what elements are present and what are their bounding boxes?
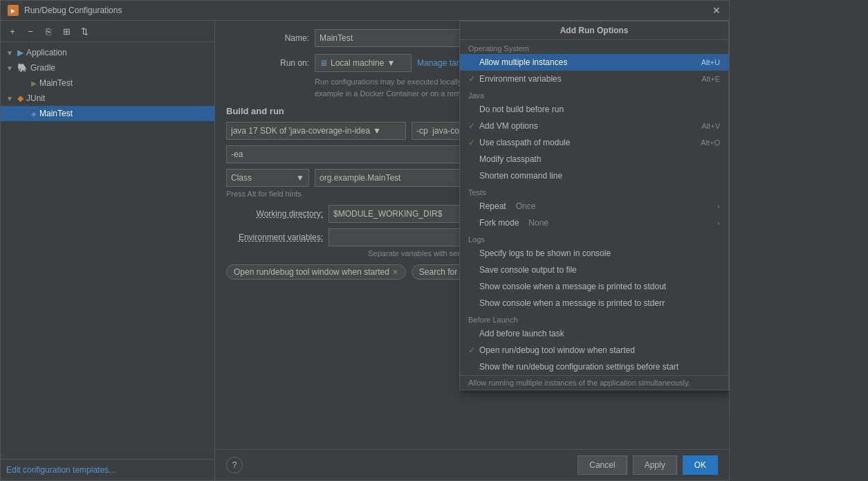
name-label: Name:	[226, 33, 309, 43]
expand-icon-application: ▼	[6, 49, 15, 57]
dropdown-item-left-classpath: ✓ Use classpath of module	[479, 138, 570, 147]
tag1-close[interactable]: ✕	[392, 268, 398, 277]
junit-icon: ◆	[17, 93, 24, 103]
dropdown-item-left-fork: Fork mode None	[479, 218, 548, 228]
move-config-button[interactable]: ⊞	[59, 24, 74, 39]
add-before-task-label: Add before launch task	[479, 329, 564, 338]
ok-button[interactable]: OK	[683, 455, 718, 475]
class-type-label: Class	[231, 173, 252, 183]
apply-button[interactable]: Apply	[633, 455, 677, 475]
dropdown-item-show-stderr[interactable]: Show console when a message is printed t…	[460, 295, 728, 311]
local-machine-icon: 🖥	[320, 58, 328, 68]
run-on-dropdown[interactable]: 🖥 Local machine ▼	[315, 54, 412, 72]
main-content: + − ⎘ ⊞ ⇅ ▼ ▶ Application ▼ 🐘 Gradle	[1, 21, 729, 480]
dialog-icon: ►	[8, 5, 19, 16]
dialog-footer: ? Cancel Apply OK	[215, 449, 729, 480]
class-type-dropdown[interactable]: Class ▼	[226, 169, 309, 187]
dropdown-item-modify-classpath[interactable]: Modify classpath	[460, 151, 728, 167]
section-operating-system: Operating System	[460, 40, 728, 54]
left-footer: Edit configuration templates...	[1, 459, 214, 480]
dropdown-item-show-settings[interactable]: Show the run/debug configuration setting…	[460, 359, 728, 375]
tree-item-junit-maintest[interactable]: ◈ MainTest	[1, 106, 214, 121]
dropdown-item-env-vars[interactable]: ✓ Environment variables Alt+E	[460, 71, 728, 87]
working-dir-label: Working directory:	[226, 209, 323, 219]
section-logs: Logs	[460, 231, 728, 245]
repeat-label: Repeat	[479, 201, 506, 211]
use-classpath-shortcut: Alt+O	[701, 138, 720, 147]
cancel-button[interactable]: Cancel	[578, 455, 627, 475]
open-tool-check-icon: ✓	[468, 345, 475, 355]
dropdown-item-repeat[interactable]: Repeat Once ›	[460, 198, 728, 215]
gradle-label: Gradle	[30, 63, 55, 73]
run-debug-dialog: ► Run/Debug Configurations ✕ + − ⎘ ⊞ ⇅ ▼…	[0, 0, 730, 481]
junit-label: JUnit	[26, 93, 45, 103]
junit-maintest-label: MainTest	[39, 109, 73, 118]
footer-left: ?	[226, 457, 243, 473]
dropdown-item-no-build[interactable]: Do not build before run	[460, 101, 728, 118]
section-tests: Tests	[460, 184, 728, 198]
dropdown-item-save-console[interactable]: Save console output to file	[460, 262, 728, 278]
dropdown-arrow: ▼	[387, 58, 395, 68]
sort-config-button[interactable]: ⇅	[77, 24, 92, 39]
shorten-cmdline-label: Shorten command line	[479, 171, 562, 181]
fork-mode-label: Fork mode	[479, 218, 519, 228]
left-panel: + − ⎘ ⊞ ⇅ ▼ ▶ Application ▼ 🐘 Gradle	[1, 21, 215, 480]
dropdown-item-show-stdout[interactable]: Show console when a message is printed t…	[460, 278, 728, 295]
save-console-label: Save console output to file	[479, 265, 577, 275]
dropdown-item-allow-multiple[interactable]: Allow multiple instances Alt+U	[460, 54, 728, 71]
tooltip-text: Allow running multiple instances of the …	[468, 379, 690, 387]
env-vars-label: Environment variables	[479, 74, 562, 84]
dropdown-item-specify-logs[interactable]: Specify logs to be shown in console	[460, 245, 728, 262]
no-build-label: Do not build before run	[479, 105, 564, 114]
fork-mode-value: None	[528, 218, 548, 228]
add-config-button[interactable]: +	[5, 24, 20, 39]
help-button[interactable]: ?	[226, 457, 243, 473]
dropdown-item-fork-mode[interactable]: Fork mode None ›	[460, 215, 728, 231]
dropdown-item-use-classpath[interactable]: ✓ Use classpath of module Alt+O	[460, 134, 728, 151]
gradle-icon: 🐘	[17, 63, 28, 73]
dropdown-item-left-repeat: Repeat Once	[479, 201, 535, 211]
use-classpath-label: Use classpath of module	[479, 138, 570, 147]
expand-icon-junit: ▼	[6, 95, 15, 102]
tree-item-junit[interactable]: ▼ ◆ JUnit	[1, 91, 214, 106]
repeat-arrow: ›	[717, 202, 720, 210]
add-vm-label: Add VM options	[479, 121, 538, 131]
tree-toolbar: + − ⎘ ⊞ ⇅	[1, 21, 214, 42]
tree-item-gradle-maintest[interactable]: ▶ MainTest	[1, 75, 214, 91]
tooltip-bar: Allow running multiple instances of the …	[460, 375, 728, 390]
dropdown-item-shorten-cmdline[interactable]: Shorten command line	[460, 167, 728, 184]
java-sdk-arrow: ▼	[373, 126, 381, 136]
copy-config-button[interactable]: ⎘	[41, 24, 56, 39]
dropdown-item-add-vm[interactable]: ✓ Add VM options Alt+V	[460, 118, 728, 134]
expand-icon-gradle: ▼	[6, 64, 15, 72]
edit-templates-link[interactable]: Edit configuration templates...	[6, 465, 116, 475]
java-sdk-dropdown[interactable]: java 17 SDK of 'java-coverage-in-idea ▼	[226, 122, 406, 140]
allow-multiple-label: Allow multiple instances	[479, 57, 567, 67]
application-label: Application	[26, 48, 67, 57]
build-run-label: Build and run	[226, 106, 284, 116]
application-icon: ▶	[17, 48, 24, 57]
class-dropdown-arrow: ▼	[296, 173, 304, 183]
modify-classpath-label: Modify classpath	[479, 154, 541, 164]
use-classpath-check-icon: ✓	[468, 138, 475, 147]
run-on-label: Run on:	[226, 58, 309, 68]
section-before-launch: Before Launch	[460, 311, 728, 325]
title-bar-left: ► Run/Debug Configurations	[8, 5, 122, 16]
gradle-maintest-label: MainTest	[39, 78, 73, 88]
env-vars-shortcut: Alt+E	[701, 75, 720, 83]
tag1-label: Open run/debug tool window when started	[234, 267, 389, 277]
show-settings-label: Show the run/debug configuration setting…	[479, 362, 678, 372]
tree-item-gradle[interactable]: ▼ 🐘 Gradle	[1, 60, 214, 75]
remove-config-button[interactable]: −	[23, 24, 38, 39]
dropdown-item-open-tool-before[interactable]: ✓ Open run/debug tool window when starte…	[460, 342, 728, 359]
gradle-maintest-icon: ▶	[31, 80, 37, 87]
tag-open-tool-window: Open run/debug tool window when started …	[226, 264, 406, 280]
add-vm-shortcut: Alt+V	[701, 122, 720, 130]
env-check-icon: ✓	[468, 74, 475, 84]
close-button[interactable]: ✕	[711, 5, 722, 16]
tree-item-application[interactable]: ▼ ▶ Application	[1, 45, 214, 60]
title-bar: ► Run/Debug Configurations ✕	[1, 1, 729, 21]
repeat-value: Once	[516, 201, 536, 211]
allow-multiple-shortcut: Alt+U	[701, 58, 720, 66]
dropdown-item-add-before-task[interactable]: Add before launch task	[460, 325, 728, 342]
